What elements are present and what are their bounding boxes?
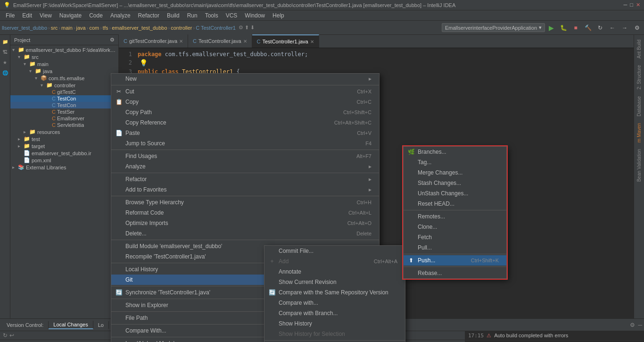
forward-button[interactable]: → [619,23,630,33]
tab-test-ctrl1[interactable]: C TestController1.java ✕ [252,34,319,48]
project-icon[interactable]: 📁 [0,37,10,46]
debug-button[interactable]: 🐛 [558,23,569,33]
maven-label[interactable]: m Maven [636,120,643,145]
back-button[interactable]: ← [607,23,618,33]
menu-help[interactable]: Help [269,11,288,20]
tree-pkg[interactable]: ▾ 📦 com.tfs.emallse [10,75,118,82]
menu-file[interactable]: File [2,11,18,20]
run-button[interactable]: ▶ [546,23,556,33]
context-menu-main[interactable]: New ▸ ✂ Cut Ctrl+X 📋 Copy Ctrl+C Copy Pa… [111,73,380,342]
nav-icons[interactable]: ⚙ ⬆ ⬇ [239,25,255,31]
structure-icon[interactable]: 🏗 [0,47,10,57]
tab-close-1[interactable]: ✕ [179,39,183,44]
breadcrumb-tfs[interactable]: tfs [103,25,108,31]
menu-window[interactable]: Window [241,11,269,20]
ctx-load-unload[interactable]: Load/Unload Modules... [111,338,379,342]
vc-minimize-icon[interactable]: ─ [638,322,642,328]
ctx-delete[interactable]: Delete... Delete [111,228,379,239]
settings-button[interactable]: ⚙ [632,23,642,33]
tree-controller[interactable]: ▾ 📁 controller [10,82,118,89]
ctx-recompile[interactable]: Recompile 'TestController1.java' Ctrl+Sh… [111,251,379,262]
tree-ext-libs[interactable]: ▸ 📚 External Libraries [10,164,118,171]
ctx-paste[interactable]: 📄 Paste Ctrl+V [111,128,379,138]
tree-servlet[interactable]: C ServletInitia [10,122,118,128]
ctx-file-path[interactable]: File Path Ctrl+Alt+F12 [111,313,379,323]
tree-git-ctrl[interactable]: C gitTestC [10,89,118,95]
menu-build[interactable]: Build [163,11,183,20]
menu-code[interactable]: Code [85,11,107,20]
menu-view[interactable]: View [36,11,56,20]
vc-refresh-icon[interactable]: ↻ [3,332,8,339]
app-selector[interactable]: EmallserverinterfaceProviderApplication … [442,23,545,32]
breadcrumb-com[interactable]: com [89,25,99,31]
web-icon[interactable]: 🌐 [0,68,10,77]
ctx-reformat[interactable]: Reformat Code Ctrl+Alt+L [111,208,379,218]
reload-button[interactable]: ↻ [595,23,605,33]
tab-close-3[interactable]: ✕ [310,39,314,44]
project-settings-icon[interactable]: ⚙ [110,37,115,43]
structure-label[interactable]: 2: Structure [636,62,643,92]
tree-test-ctrl[interactable]: C TestCon [10,95,118,102]
ctx-synchronize[interactable]: 🔄 Synchronize 'TestController1.java' [111,287,379,298]
menu-run[interactable]: Run [183,11,201,20]
tree-resources[interactable]: ▸ 📁 resources [10,128,118,135]
ctx-local-history[interactable]: Local History ▸ [111,264,379,275]
tree-src[interactable]: ▾ 📁 src [10,53,118,60]
ctx-git[interactable]: Git ▸ [111,275,379,285]
stop-button[interactable]: ■ [570,23,581,33]
tree-test-svc[interactable]: C TestSer [10,108,118,115]
ctx-add-favorites[interactable]: Add to Favorites ▸ [111,184,379,195]
ctx-find-usages[interactable]: Find Usages Alt+F7 [111,151,379,161]
menu-analyze[interactable]: Analyze [107,11,134,20]
database-label[interactable]: Database [636,93,643,119]
ctx-browse-hierarchy[interactable]: Browse Type Hierarchy Ctrl+H [111,197,379,208]
breadcrumb-controller[interactable]: controller [171,25,192,31]
tab-log[interactable]: Lo [93,321,109,329]
bean-validation-label[interactable]: Bean Validation [636,146,643,184]
ctx-copy[interactable]: 📋 Copy Ctrl+C [111,97,379,107]
tab-version-control[interactable]: Version Control: [2,321,49,329]
tree-target[interactable]: ▸ 📁 target [10,142,118,150]
close-btn[interactable]: ✕ [636,2,640,8]
build-button[interactable]: 🔨 [583,23,593,33]
tree-java[interactable]: ▾ 📁 java [10,67,118,75]
ctx-analyze[interactable]: Analyze ▸ [111,161,379,172]
menu-vcs[interactable]: VCS [222,11,241,20]
menu-refactor[interactable]: Refactor [134,11,163,20]
ctx-copy-reference[interactable]: Copy Reference Ctrl+Alt+Shift+C [111,117,379,128]
breadcrumb-pkg[interactable]: emallserver_test_dubbo [112,25,167,31]
tree-pom[interactable]: 📄 pom.xml [10,157,118,164]
ctx-refactor[interactable]: Refactor ▸ [111,174,379,184]
tree-iml[interactable]: 📄 emallserver_test_dubbo.ir [10,150,118,157]
ctx-jump-source[interactable]: Jump to Source F4 [111,138,379,149]
tree-emall[interactable]: C Emallserver [10,115,118,122]
ctx-show-explorer[interactable]: Show in Explorer [111,300,379,310]
ctx-new[interactable]: New ▸ [111,74,379,84]
breadcrumb-java[interactable]: java [76,25,86,31]
menu-tools[interactable]: Tools [201,11,222,20]
ctx-compare-with[interactable]: Compare With... Ctrl+D [111,325,379,336]
ant-build-label[interactable]: Ant Build [636,37,643,61]
ctx-optimize-imports[interactable]: Optimize Imports Ctrl+Alt+O [111,218,379,228]
menu-navigate[interactable]: Navigate [56,11,85,20]
tab-test-ctrl[interactable]: C TestController.java ✕ [188,34,252,48]
breadcrumb-project[interactable]: llserver_test_dubbo [2,25,47,31]
breadcrumb-class[interactable]: C TestController1 [196,25,236,31]
breadcrumb-main[interactable]: main [61,25,73,31]
maximize-btn[interactable]: □ [630,2,633,8]
vc-rollback-icon[interactable]: ↩ [9,332,14,339]
breadcrumb-src[interactable]: src [51,25,58,31]
tree-test-ctrl1[interactable]: C TestCon [10,102,118,108]
tab-local-changes[interactable]: Local Changes [49,321,93,329]
ctx-cut[interactable]: ✂ Cut Ctrl+X [111,86,379,97]
tab-git-test[interactable]: C gitTestController.java ✕ [119,34,188,48]
menu-edit[interactable]: Edit [18,11,36,20]
tree-test[interactable]: ▸ 📁 test [10,135,118,142]
tab-close-2[interactable]: ✕ [243,39,247,44]
tree-root[interactable]: ▾ 📁 emallserver_test_dubbo F:\ideaWorkSp… [10,46,118,53]
tree-main[interactable]: ▾ 📁 main [10,60,118,67]
ctx-copy-path[interactable]: Copy Path Ctrl+Shift+C [111,107,379,117]
ctx-build-module[interactable]: Build Module 'emallserver_test_dubbo' [111,241,379,251]
vc-settings-icon[interactable]: ⚙ [630,322,635,328]
fav-icon[interactable]: ★ [0,58,10,67]
